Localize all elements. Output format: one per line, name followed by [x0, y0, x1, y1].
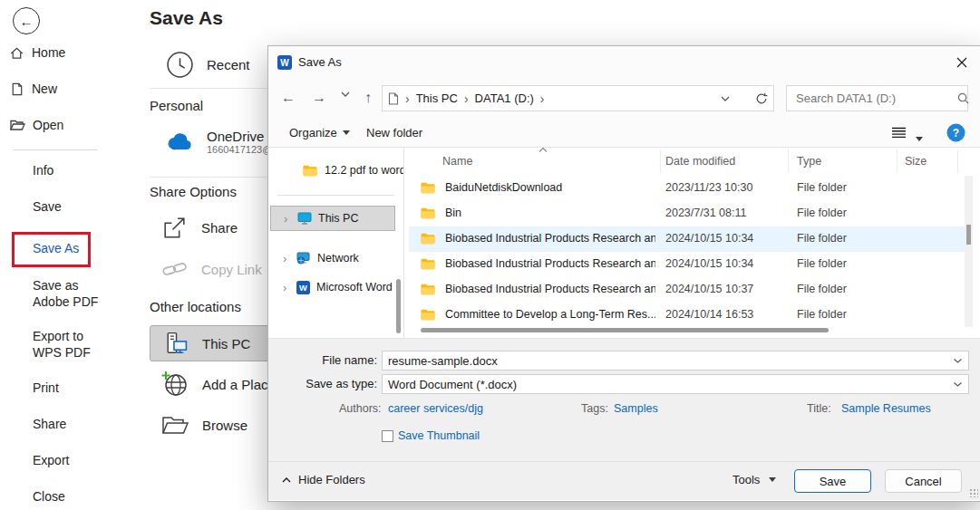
new-folder-button[interactable]: New folder [366, 126, 422, 140]
sidebar-item-save-as-adobe-pdf[interactable]: Save as Adobe PDF [33, 277, 109, 310]
file-row[interactable]: BaiduNetdiskDownload 2023/11/23 10:30 Fi… [409, 176, 965, 201]
view-list-icon[interactable] [892, 127, 906, 139]
save-as-type-combo[interactable]: Word Document (*.docx) [382, 374, 969, 394]
nav-up-icon[interactable]: ↑ [364, 89, 372, 107]
title-value[interactable]: Sample Resumes [841, 402, 931, 415]
organize-button[interactable]: Organize [289, 126, 350, 140]
refresh-icon[interactable] [755, 92, 768, 105]
tree-item-label: This PC [318, 212, 358, 225]
dialog-title: Save As [298, 55, 342, 69]
chevron-down-icon[interactable] [954, 382, 962, 387]
address-bar[interactable]: › This PC › DATA1 (D:) › [382, 85, 774, 111]
file-name: Committee to Develop a Long-Term Res... [445, 308, 655, 321]
add-a-place-tile[interactable]: Add a Place [160, 370, 276, 399]
folder-icon [421, 284, 435, 295]
back-button[interactable]: ← [13, 7, 40, 34]
sidebar-item-home[interactable]: Home [9, 43, 65, 62]
breadcrumb-chevron-icon: › [405, 91, 410, 106]
help-button[interactable]: ? [946, 123, 965, 142]
hide-folders-label: Hide Folders [298, 473, 365, 486]
nav-back-icon[interactable]: ← [281, 89, 296, 107]
sidebar-item-save[interactable]: Save [33, 198, 109, 215]
column-divider[interactable] [897, 149, 898, 173]
sidebar-item-open[interactable]: Open [9, 116, 63, 134]
view-dropdown-icon[interactable] [916, 130, 923, 144]
chevron-right-icon[interactable]: › [283, 281, 290, 294]
sidebar-item-save-as[interactable]: Save As [33, 240, 109, 256]
save-thumbnail-label[interactable]: Save Thumbnail [398, 429, 480, 442]
column-header-date-modified[interactable]: Date modified [665, 155, 735, 168]
file-row[interactable]: Bin 2023/7/31 08:11 File folder [409, 201, 965, 226]
close-button[interactable] [950, 52, 974, 73]
sidebar-item-export-to-wps-pdf[interactable]: Export to WPS PDF [33, 328, 109, 361]
save-button[interactable]: Save [794, 469, 871, 493]
file-type: File folder [797, 283, 847, 295]
file-row[interactable]: Committee to Develop a Long-Term Res... … [409, 303, 965, 328]
horizontal-scrollbar[interactable] [421, 328, 954, 333]
recent-tile[interactable]: Recent [166, 51, 250, 79]
sidebar-item-print[interactable]: Print [33, 380, 109, 396]
authors-label: Authors: [339, 402, 382, 415]
column-divider[interactable] [788, 149, 789, 173]
save-as-type-value: Word Document (*.docx) [388, 378, 517, 391]
file-name: Biobased Industrial Products Research an… [445, 257, 655, 270]
column-divider[interactable] [660, 149, 661, 173]
svg-text:?: ? [953, 127, 959, 140]
sidebar-item-close[interactable]: Close [33, 488, 109, 505]
sidebar-item-new[interactable]: New [9, 80, 57, 98]
breadcrumb-data1-d[interactable]: DATA1 (D:) [475, 91, 534, 105]
tree-item-this-pc[interactable]: › This PC [270, 206, 395, 231]
tools-button[interactable]: Tools [733, 473, 776, 486]
search-icon[interactable] [957, 92, 969, 104]
column-header-size[interactable]: Size [905, 155, 927, 168]
sidebar-item-share[interactable]: Share [33, 416, 109, 432]
onedrive-tile[interactable]: OneDrive - 1660417123@o [166, 129, 277, 155]
column-divider[interactable] [957, 149, 958, 173]
search-box[interactable] [786, 85, 968, 111]
file-row[interactable]: Biobased Industrial Products Research an… [409, 252, 965, 277]
scrollbar-thumb[interactable] [421, 328, 829, 332]
share-tile[interactable]: Share [160, 214, 238, 242]
nav-forward-icon[interactable]: → [312, 89, 326, 107]
file-name-combo[interactable] [382, 351, 969, 370]
resize-grip[interactable] [969, 488, 978, 497]
sidebar-item-info[interactable]: Info [33, 162, 109, 178]
address-dropdown-icon[interactable] [721, 96, 730, 101]
pinned-folder-item[interactable]: 12.2 pdf to word [268, 160, 403, 180]
file-date: 2024/10/14 16:53 [665, 308, 753, 321]
chevron-right-icon[interactable]: › [284, 212, 291, 226]
share-icon [160, 214, 189, 242]
pane-scrollbar[interactable] [396, 279, 401, 333]
vertical-scrollbar[interactable] [965, 176, 973, 327]
hide-folders-button[interactable]: Hide Folders [282, 473, 365, 486]
backstage-sidebar: ← Home New Open Info Save Save As Save a… [0, 0, 116, 510]
cancel-button[interactable]: Cancel [885, 469, 962, 493]
monitor-icon [297, 212, 312, 225]
clock-icon [166, 51, 194, 79]
breadcrumb-chevron-icon: › [464, 91, 469, 106]
scrollbar-thumb[interactable] [966, 225, 971, 245]
chevron-down-icon[interactable] [954, 359, 962, 363]
file-name-label: File name: [273, 353, 377, 367]
tags-value[interactable]: Samples [614, 402, 658, 415]
file-name: Biobased Industrial Products Research an… [445, 283, 655, 295]
column-header-name[interactable]: Name [442, 155, 472, 168]
authors-value[interactable]: career services/djg [388, 402, 483, 415]
nav-history-chevron-icon[interactable] [341, 91, 350, 97]
save-thumbnail-checkbox[interactable] [382, 430, 393, 442]
file-row-selected[interactable]: Biobased Industrial Products Research an… [409, 226, 965, 252]
browse-tile[interactable]: Browse [160, 412, 247, 438]
folder-nav-pane: 12.2 pdf to word › This PC › Network › [268, 148, 404, 338]
sidebar-item-export[interactable]: Export [33, 452, 109, 468]
search-input[interactable] [794, 91, 957, 106]
file-name-input[interactable] [388, 354, 948, 368]
browse-label: Browse [202, 418, 247, 433]
tree-item-network[interactable]: › Network [270, 245, 359, 271]
tree-item-microsoft-word[interactable]: › W Microsoft Word [270, 274, 393, 300]
copy-link-tile[interactable]: Copy Link [160, 255, 262, 284]
breadcrumb-this-pc[interactable]: This PC [416, 91, 458, 105]
chevron-right-icon[interactable]: › [283, 252, 290, 265]
folder-icon [421, 207, 435, 219]
file-row[interactable]: Biobased Industrial Products Research an… [409, 277, 965, 303]
column-header-type[interactable]: Type [797, 155, 821, 168]
